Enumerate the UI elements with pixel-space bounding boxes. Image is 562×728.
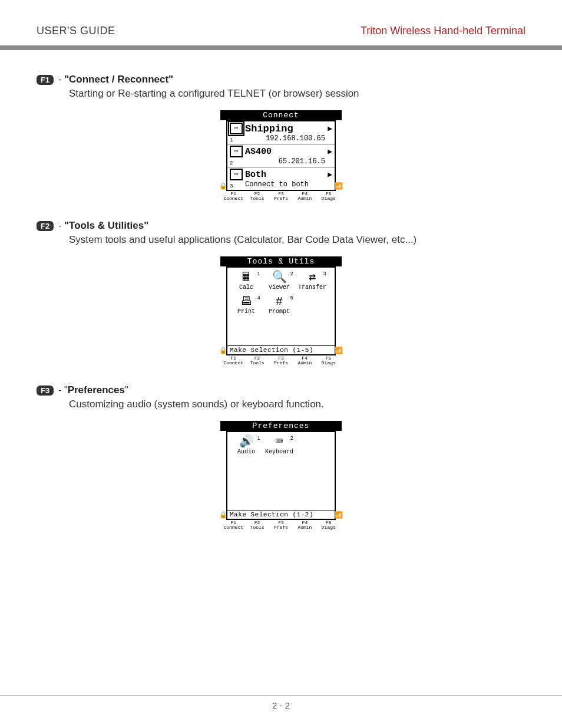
softkey-f3[interactable]: F3Prefs <box>269 192 293 201</box>
fkey-badge-f3: F3 <box>37 386 54 396</box>
section-title-wrap: - "Tools & Utilities" <box>58 220 148 232</box>
softkey-f5[interactable]: F5Diags <box>317 521 340 530</box>
tools-panel: 1🖩Calc 2🔍Viewer 3⇄Transfer 4🖶Print 5#Pro… <box>226 266 336 355</box>
screenshot-tools: Tools & Utils 🔒 1🖩Calc 2🔍Viewer 3⇄Transf… <box>37 256 525 365</box>
section-title: "Tools & Utilities" <box>64 220 148 231</box>
screen-body: 🔒 1🖩Calc 2🔍Viewer 3⇄Transfer 4🖶Print 5#P… <box>220 266 342 355</box>
softkey-f5[interactable]: F5Diags <box>317 356 340 365</box>
section-f2: F2 - "Tools & Utilities" System tools an… <box>37 220 525 365</box>
section-desc: Customizing audio (system sounds) or key… <box>69 398 525 410</box>
section-heading: F1 - "Connect / Reconnect" <box>37 74 525 85</box>
tool-grid: 1🖩Calc 2🔍Viewer 3⇄Transfer 4🖶Print 5#Pro… <box>227 268 335 345</box>
header-right: Triton Wireless Hand-held Terminal <box>361 25 525 37</box>
connect-name: Shipping <box>245 123 293 134</box>
section-title: Preferences <box>68 384 125 396</box>
screen-body: 🔒 ▭Shipping 192.168.100.65 1 ▶ ▭AS400 65… <box>220 120 342 191</box>
pref-audio[interactable]: 1🔊Audio <box>230 436 263 455</box>
fkey-badge-f2: F2 <box>37 221 54 231</box>
status-text: Make Selection (1-2) <box>227 510 335 519</box>
softkey-f1[interactable]: F1Connect <box>222 192 245 201</box>
device-screen: Preferences 🔒 1🔊Audio 2⌨Keyboard Make Se… <box>220 421 342 530</box>
tool-transfer[interactable]: 3⇄Transfer <box>296 271 329 291</box>
softkey-f3[interactable]: F3Prefs <box>269 521 293 530</box>
row-number: 3 <box>230 183 233 189</box>
screenshot-prefs: Preferences 🔒 1🔊Audio 2⌨Keyboard Make Se… <box>37 421 525 530</box>
header-left: USER'S GUIDE <box>37 25 115 37</box>
terminal-icon: ▭ <box>230 169 243 180</box>
page: USER'S GUIDE Triton Wireless Hand-held T… <box>0 0 562 728</box>
page-number: 2 - 2 <box>0 700 562 710</box>
terminal-icon: ▭ <box>230 146 243 157</box>
section-title-wrap: - "Preferences" <box>58 384 128 396</box>
footer-rule <box>0 696 562 696</box>
connect-sub: Connect to both <box>230 180 332 189</box>
page-header: USER'S GUIDE Triton Wireless Hand-held T… <box>0 0 562 42</box>
terminal-icon: ▭ <box>230 123 243 134</box>
softkey-f3[interactable]: F3Prefs <box>269 356 293 365</box>
status-text: Make Selection (1-5) <box>227 345 335 354</box>
softkey-f2[interactable]: F2Tools <box>245 356 269 365</box>
quote: " <box>125 385 128 395</box>
dash: - <box>58 74 64 84</box>
softkey-f4[interactable]: F4Admin <box>293 192 316 201</box>
softkey-f2[interactable]: F2Tools <box>245 521 269 530</box>
softkey-f4[interactable]: F4Admin <box>293 521 316 530</box>
softkey-bar: F1Connect F2Tools F3Prefs F4Admin F5Diag… <box>220 192 342 201</box>
screen-body: 🔒 1🔊Audio 2⌨Keyboard Make Selection (1-2… <box>220 431 342 520</box>
softkey-f5[interactable]: F5Diags <box>317 192 340 201</box>
connect-sub: 192.168.100.65 <box>230 134 332 143</box>
section-f1: F1 - "Connect / Reconnect" Starting or R… <box>37 74 525 201</box>
softkey-f2[interactable]: F2Tools <box>245 192 269 201</box>
screen-title: Preferences <box>220 421 342 431</box>
softkey-f1[interactable]: F1Connect <box>222 521 245 530</box>
fkey-badge-f1: F1 <box>37 75 54 85</box>
header-rule <box>0 45 562 50</box>
tool-viewer[interactable]: 2🔍Viewer <box>263 271 296 291</box>
section-desc: System tools and useful applications (Ca… <box>69 234 525 246</box>
chevron-right-icon: ▶ <box>328 147 332 156</box>
device-screen: Connect 🔒 ▭Shipping 192.168.100.65 1 ▶ <box>220 110 342 201</box>
screen-title: Tools & Utils <box>220 256 342 266</box>
prefs-grid: 1🔊Audio 2⌨Keyboard <box>227 432 335 510</box>
lock-icon: 🔒 <box>220 431 226 520</box>
connect-row[interactable]: ▭Shipping 192.168.100.65 1 ▶ <box>227 121 335 144</box>
dash: - <box>58 385 64 395</box>
connect-sub: 65.201.16.5 <box>230 157 332 166</box>
signal-icon: 📶 <box>336 266 342 355</box>
connect-row[interactable]: ▭Both Connect to both 3 ▶ <box>227 167 335 190</box>
connect-row[interactable]: ▭AS400 65.201.16.5 2 ▶ <box>227 144 335 167</box>
screen-title: Connect <box>220 110 342 120</box>
lock-icon: 🔒 <box>220 266 226 355</box>
lock-icon: 🔒 <box>220 120 226 191</box>
tool-calc[interactable]: 1🖩Calc <box>230 271 263 291</box>
softkey-f4[interactable]: F4Admin <box>293 356 316 365</box>
chevron-right-icon: ▶ <box>328 170 332 179</box>
section-heading: F3 - "Preferences" <box>37 384 525 396</box>
connect-list: ▭Shipping 192.168.100.65 1 ▶ ▭AS400 65.2… <box>226 120 336 191</box>
content: F1 - "Connect / Reconnect" Starting or R… <box>0 50 562 530</box>
chevron-right-icon: ▶ <box>328 124 332 133</box>
signal-icon: 📶 <box>336 431 342 520</box>
connect-name: Both <box>245 170 266 180</box>
section-heading: F2 - "Tools & Utilities" <box>37 220 525 232</box>
row-number: 1 <box>230 137 233 143</box>
softkey-f1[interactable]: F1Connect <box>222 356 245 365</box>
section-f3: F3 - "Preferences" Customizing audio (sy… <box>37 384 525 530</box>
softkey-bar: F1Connect F2Tools F3Prefs F4Admin F5Diag… <box>220 521 342 530</box>
pref-keyboard[interactable]: 2⌨Keyboard <box>263 436 296 455</box>
tool-prompt[interactable]: 5#Prompt <box>263 295 296 315</box>
prefs-panel: 1🔊Audio 2⌨Keyboard Make Selection (1-2) <box>226 431 336 520</box>
section-title: "Connect / Reconnect" <box>64 74 173 85</box>
dash: - <box>58 220 64 230</box>
tool-print[interactable]: 4🖶Print <box>230 295 263 315</box>
row-number: 2 <box>230 160 233 166</box>
screenshot-connect: Connect 🔒 ▭Shipping 192.168.100.65 1 ▶ <box>37 110 525 201</box>
section-desc: Starting or Re-starting a configured TEL… <box>69 88 525 100</box>
device-screen: Tools & Utils 🔒 1🖩Calc 2🔍Viewer 3⇄Transf… <box>220 256 342 365</box>
connect-name: AS400 <box>245 147 272 157</box>
signal-icon: 📶 <box>336 120 342 191</box>
softkey-bar: F1Connect F2Tools F3Prefs F4Admin F5Diag… <box>220 356 342 365</box>
section-title-wrap: - "Connect / Reconnect" <box>58 74 173 85</box>
